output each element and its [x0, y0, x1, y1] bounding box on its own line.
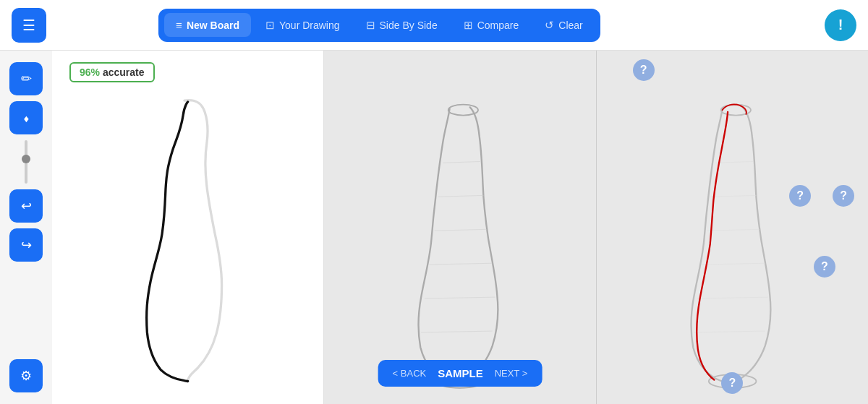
sample-svg: [324, 51, 595, 404]
nav-item-compare[interactable]: ⊞ Compare: [452, 13, 531, 38]
svg-line-10: [715, 161, 753, 163]
undo-tool[interactable]: ↩: [9, 189, 43, 223]
your-drawing-icon: ⊡: [265, 19, 275, 32]
question-badge-top[interactable]: ?: [633, 59, 655, 81]
svg-line-3: [438, 195, 484, 197]
nav-item-side-by-side[interactable]: ⊟ Side By Side: [354, 13, 449, 38]
svg-line-11: [710, 195, 756, 197]
redo-tool[interactable]: ↪: [9, 228, 43, 262]
panel-sample: < BACK SAMPLE NEXT >: [324, 51, 596, 404]
svg-line-14: [697, 297, 768, 298]
slider-track: [25, 140, 27, 184]
info-button[interactable]: !: [825, 9, 856, 41]
nav-label-clear: Clear: [558, 20, 582, 31]
nav-label-new-board: New Board: [187, 20, 239, 31]
compare-icon: ⊞: [464, 19, 473, 32]
menu-button[interactable]: ☰: [12, 8, 46, 43]
accuracy-label: accurate: [103, 66, 145, 78]
nav-item-your-drawing[interactable]: ⊡ Your Drawing: [254, 13, 352, 38]
info-icon: !: [838, 17, 843, 33]
svg-line-13: [702, 263, 765, 265]
svg-line-2: [443, 161, 481, 163]
question-badge-upper-right1[interactable]: ?: [789, 185, 811, 207]
sample-label: SAMPLE: [438, 367, 483, 379]
main-content: ✏ ⬧ ↩ ↪ ⚙ 96% accurate: [0, 51, 868, 404]
new-board-icon: ≡: [176, 19, 182, 31]
svg-line-7: [422, 331, 493, 332]
nav-item-clear[interactable]: ↺ Clear: [533, 13, 594, 38]
left-toolbar: ✏ ⬧ ↩ ↪ ⚙: [0, 51, 52, 404]
svg-line-5: [430, 263, 493, 265]
nav-label-your-drawing: Your Drawing: [279, 20, 340, 31]
menu-icon: ☰: [22, 18, 35, 33]
nav-label-side-by-side: Side By Side: [380, 20, 438, 31]
svg-line-4: [435, 229, 487, 231]
slider-thumb: [22, 155, 30, 163]
user-drawing-svg: [52, 51, 323, 404]
nav-label-compare: Compare: [477, 20, 519, 31]
next-button[interactable]: NEXT >: [495, 368, 528, 379]
settings-button[interactable]: ⚙: [9, 359, 43, 392]
header: ☰ ≡ New Board ⊡ Your Drawing ⊟ Side By S…: [0, 0, 868, 51]
size-slider[interactable]: [25, 140, 27, 184]
back-button[interactable]: < BACK: [393, 368, 427, 379]
compare-svg: [597, 51, 868, 404]
pencil-tool[interactable]: ✏: [9, 62, 43, 95]
svg-line-6: [425, 297, 495, 298]
side-by-side-icon: ⊟: [366, 19, 375, 32]
svg-point-0: [448, 105, 478, 116]
panel-user-drawing[interactable]: 96% accurate: [52, 51, 324, 404]
panels-container: 96% accurate: [52, 51, 868, 404]
bottom-nav: < BACK SAMPLE NEXT >: [378, 360, 542, 387]
question-badge-middle-right[interactable]: ?: [814, 256, 835, 278]
nav-bar: ≡ New Board ⊡ Your Drawing ⊟ Side By Sid…: [158, 9, 600, 42]
accuracy-value: 96%: [80, 66, 100, 78]
svg-line-12: [707, 229, 760, 231]
clear-icon: ↺: [545, 19, 554, 32]
panel-compare: ? ? ? ?: [597, 51, 868, 404]
nav-item-new-board[interactable]: ≡ New Board: [164, 13, 251, 37]
accuracy-badge: 96% accurate: [69, 62, 155, 82]
question-badge-upper-right2[interactable]: ?: [833, 185, 854, 207]
svg-line-15: [694, 331, 765, 332]
eraser-tool[interactable]: ⬧: [9, 101, 43, 134]
